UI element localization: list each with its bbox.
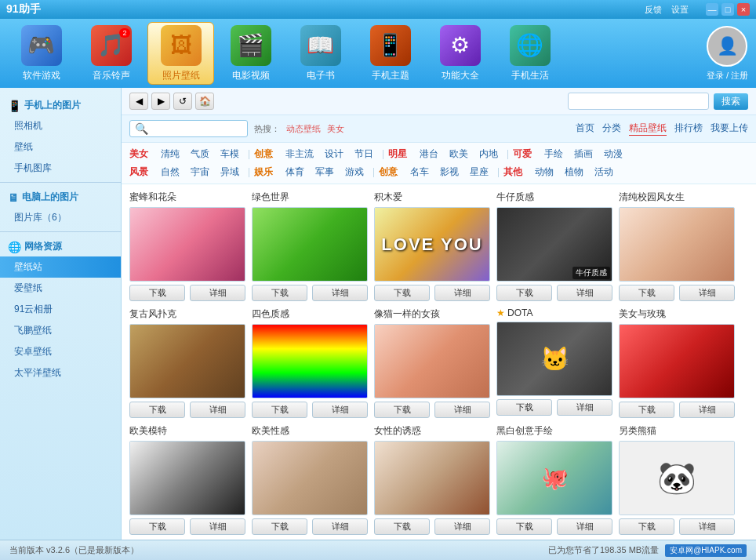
nav-search-button[interactable]: 搜索 — [714, 93, 748, 110]
cat-youxi[interactable]: 游戏 — [340, 165, 369, 180]
forward-button[interactable]: ▶ — [151, 93, 170, 110]
toolbar-item-software[interactable]: 🎮 软件游戏 — [8, 22, 75, 85]
grid-img-2-3[interactable]: 🐙 — [496, 441, 612, 515]
download-btn-1-1[interactable]: 下载 — [252, 402, 307, 418]
cat-feizhu[interactable]: 非主流 — [281, 147, 318, 162]
download-btn-1-2[interactable]: 下载 — [374, 402, 430, 418]
sidebar-item-gallery[interactable]: 手机图库 — [0, 158, 121, 179]
refresh-button[interactable]: ↺ — [173, 93, 192, 110]
grid-img-2-2[interactable] — [374, 441, 490, 515]
grid-img-1-2[interactable] — [374, 324, 490, 398]
sidebar-item-wallsite[interactable]: 壁纸站 — [0, 256, 121, 278]
cat-fengjing[interactable]: 风景 — [129, 165, 154, 179]
toolbar-item-photo[interactable]: 🖼 照片壁纸 — [147, 22, 214, 85]
cat-shouhui[interactable]: 手绘 — [540, 147, 568, 162]
detail-btn-2-2[interactable]: 详细 — [434, 518, 490, 535]
cat-oumei[interactable]: 欧美 — [445, 147, 473, 162]
download-btn-0-3[interactable]: 下载 — [496, 285, 552, 301]
top-nav-featured[interactable]: 精品壁纸 — [629, 122, 667, 136]
minimize-button[interactable]: — — [706, 3, 718, 16]
top-nav-upload[interactable]: 我要上传 — [711, 122, 748, 136]
cat-tiyu[interactable]: 体育 — [281, 165, 309, 180]
sidebar-item-piclib[interactable]: 图片库（6） — [0, 207, 121, 228]
toolbar-item-func[interactable]: ⚙ 功能大全 — [427, 22, 493, 85]
detail-btn-2-3[interactable]: 详细 — [557, 518, 612, 535]
detail-btn-1-3[interactable]: 详细 — [557, 399, 612, 416]
cat-jieri[interactable]: 节日 — [350, 147, 378, 162]
cat-keai[interactable]: 可爱 — [513, 147, 538, 161]
cat-chuanyi2[interactable]: 创意 — [379, 165, 404, 179]
toolbar-item-theme[interactable]: 📱 手机主题 — [357, 22, 423, 85]
toolbar-item-music[interactable]: 2 🎵 音乐铃声 — [78, 22, 144, 85]
grid-img-1-1[interactable] — [252, 324, 368, 398]
top-nav-rank[interactable]: 排行榜 — [674, 122, 703, 136]
grid-img-2-1[interactable] — [252, 441, 368, 515]
download-btn-1-0[interactable]: 下载 — [129, 402, 185, 418]
download-btn-2-4[interactable]: 下载 — [619, 518, 674, 535]
download-btn-0-1[interactable]: 下载 — [252, 285, 307, 301]
sidebar-item-lovewp[interactable]: 爱壁纸 — [0, 278, 121, 299]
detail-btn-1-1[interactable]: 详细 — [312, 402, 368, 418]
close-button[interactable]: × — [737, 3, 750, 16]
feedback-link[interactable]: 反馈 — [645, 4, 662, 16]
detail-btn-0-1[interactable]: 详细 — [312, 285, 368, 301]
detail-btn-1-4[interactable]: 详细 — [679, 402, 735, 418]
grid-img-0-0[interactable] — [129, 207, 245, 282]
grid-img-1-3[interactable]: 🐱 — [496, 322, 612, 396]
cat-neidi[interactable]: 内地 — [474, 147, 503, 162]
sidebar-item-feipeng[interactable]: 飞鹏壁纸 — [0, 320, 121, 341]
top-nav-cat[interactable]: 分类 — [602, 122, 621, 136]
cat-huodong[interactable]: 活动 — [590, 165, 618, 180]
hot-tag-0[interactable]: 动态壁纸 — [286, 123, 321, 135]
detail-btn-0-3[interactable]: 详细 — [557, 285, 612, 301]
cat-zhiwu[interactable]: 植物 — [560, 165, 588, 180]
toolbar-item-ebook[interactable]: 📖 电子书 — [287, 22, 354, 85]
hot-search-input[interactable] — [148, 123, 242, 134]
toolbar-item-life[interactable]: 🌐 手机生活 — [496, 22, 563, 85]
cat-yule[interactable]: 娱乐 — [254, 165, 279, 179]
cat-yingshi[interactable]: 影视 — [435, 165, 463, 180]
cat-ziran[interactable]: 自然 — [156, 165, 184, 180]
toolbar-item-video[interactable]: 🎬 电影视频 — [217, 22, 284, 85]
cat-mingche[interactable]: 名车 — [405, 165, 434, 180]
detail-btn-1-2[interactable]: 详细 — [434, 402, 490, 418]
grid-img-1-0[interactable] — [129, 324, 245, 398]
cat-mingxing[interactable]: 明星 — [388, 147, 413, 161]
back-button[interactable]: ◀ — [129, 93, 148, 110]
home-button[interactable]: 🏠 — [195, 93, 214, 110]
login-link[interactable]: 登录 / 注册 — [707, 70, 748, 82]
grid-img-1-4[interactable] — [619, 324, 735, 398]
cat-qita[interactable]: 其他 — [503, 165, 529, 179]
download-btn-2-0[interactable]: 下载 — [129, 518, 185, 535]
download-btn-0-4[interactable]: 下载 — [619, 285, 674, 301]
cat-yuzhou[interactable]: 宇宙 — [186, 165, 214, 180]
nav-search-input[interactable] — [568, 93, 709, 110]
cat-xingzuo[interactable]: 星座 — [465, 165, 493, 180]
detail-btn-0-0[interactable]: 详细 — [190, 285, 245, 301]
detail-btn-2-0[interactable]: 详细 — [190, 518, 245, 535]
cat-chahua[interactable]: 插画 — [569, 147, 598, 162]
cat-chuanyi[interactable]: 创意 — [254, 147, 279, 161]
download-btn-2-1[interactable]: 下载 — [252, 518, 307, 535]
cat-chemo[interactable]: 车模 — [216, 147, 244, 162]
grid-img-2-4[interactable]: 🐼 — [619, 441, 735, 515]
detail-btn-2-1[interactable]: 详细 — [312, 518, 368, 535]
cat-qizhi[interactable]: 气质 — [186, 147, 214, 162]
sidebar-item-pacific[interactable]: 太平洋壁纸 — [0, 362, 121, 384]
download-btn-0-2[interactable]: 下载 — [374, 285, 430, 301]
grid-img-0-4[interactable] — [619, 207, 735, 282]
sidebar-item-android[interactable]: 安卓壁纸 — [0, 341, 121, 362]
download-btn-2-2[interactable]: 下载 — [374, 518, 430, 535]
download-btn-1-4[interactable]: 下载 — [619, 402, 674, 418]
sidebar-item-album[interactable]: 91云相册 — [0, 299, 121, 320]
grid-img-0-3[interactable]: 牛仔质感 — [496, 207, 612, 282]
cat-gangtai[interactable]: 港台 — [415, 147, 443, 162]
cat-chunpu[interactable]: 清纯 — [156, 147, 184, 162]
top-nav-home[interactable]: 首页 — [576, 122, 594, 136]
cat-dongwu[interactable]: 动物 — [530, 165, 558, 180]
cat-dongman[interactable]: 动漫 — [599, 147, 627, 162]
settings-link[interactable]: 设置 — [671, 4, 689, 16]
detail-btn-0-4[interactable]: 详细 — [679, 285, 735, 301]
sidebar-item-camera[interactable]: 照相机 — [0, 115, 121, 136]
hot-tag-1[interactable]: 美女 — [327, 123, 344, 135]
